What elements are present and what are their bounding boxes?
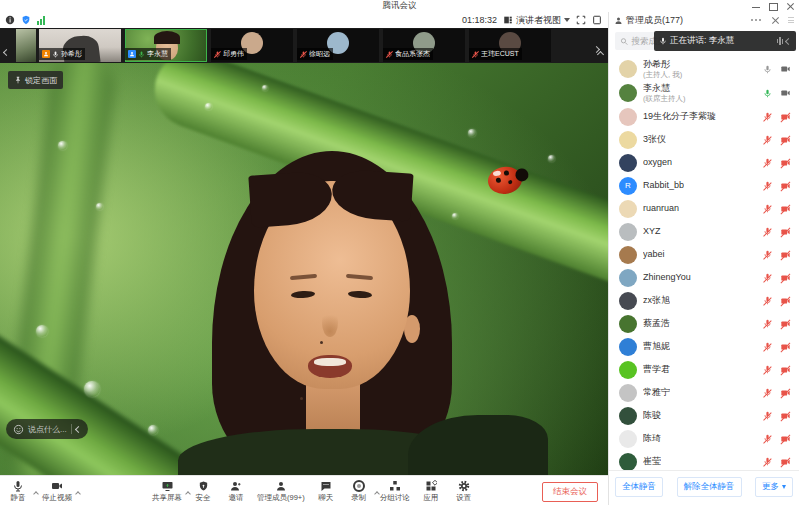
invite-button[interactable]: 邀请	[224, 478, 248, 504]
view-mode-selector[interactable]: 演讲者视图	[503, 14, 570, 27]
panel-close-icon[interactable]	[771, 16, 779, 24]
member-camera-icon[interactable]	[780, 112, 791, 122]
member-row[interactable]: 蔡孟浩	[609, 312, 799, 335]
participant-thumbnail[interactable]: 王玮ECUST	[469, 29, 551, 62]
pin-view-button[interactable]: 锁定画面	[8, 71, 63, 89]
member-row[interactable]: 陈骏	[609, 404, 799, 427]
panel-layout-icon[interactable]	[592, 15, 602, 25]
member-camera-icon[interactable]	[780, 273, 791, 283]
end-meeting-button[interactable]: 结束会议	[542, 482, 598, 502]
member-row[interactable]: oxygen	[609, 151, 799, 174]
member-row[interactable]: 曹学君	[609, 358, 799, 381]
member-mic-icon[interactable]	[763, 65, 772, 74]
member-camera-icon[interactable]	[780, 227, 791, 237]
security-button[interactable]: 安全	[191, 478, 215, 504]
member-camera-icon[interactable]	[780, 457, 791, 467]
member-mic-icon[interactable]	[763, 204, 772, 213]
member-mic-icon[interactable]	[763, 135, 772, 144]
member-row[interactable]: 曹旭妮	[609, 335, 799, 358]
banner-collapse-icon[interactable]	[786, 36, 791, 46]
mute-button[interactable]: 静音	[6, 478, 30, 504]
chat-collapse-icon[interactable]	[75, 425, 82, 432]
participant-thumbnail[interactable]: 食品系张杰	[383, 29, 465, 62]
participant-thumbnail[interactable]: 李永慧	[125, 29, 207, 62]
mic-options-chevron[interactable]	[34, 482, 38, 500]
settings-button[interactable]: 设置	[452, 478, 476, 504]
share-options-chevron[interactable]	[186, 482, 190, 500]
member-camera-icon[interactable]	[780, 411, 791, 421]
more-options-icon[interactable]	[751, 19, 761, 21]
minimize-icon[interactable]	[752, 2, 760, 10]
member-camera-icon[interactable]	[780, 342, 791, 352]
member-camera-icon[interactable]	[780, 365, 791, 375]
member-row[interactable]: 常雅宁	[609, 381, 799, 404]
breakout-rooms-button[interactable]: 分组讨论	[380, 478, 410, 504]
member-status-icons	[763, 319, 791, 329]
member-row[interactable]: 3张仪	[609, 128, 799, 151]
filmstrip-collapse-icon[interactable]	[598, 43, 603, 61]
security-shield-icon[interactable]	[21, 15, 31, 25]
member-camera-icon[interactable]	[780, 434, 791, 444]
member-camera-icon[interactable]	[780, 204, 791, 214]
member-camera-icon[interactable]	[780, 319, 791, 329]
manage-members-button[interactable]: 管理成员(99+)	[257, 478, 305, 504]
member-mic-icon[interactable]	[763, 411, 772, 420]
panel-handle-icon[interactable]	[788, 17, 794, 23]
member-mic-icon[interactable]	[763, 319, 772, 328]
member-mic-icon[interactable]	[763, 296, 772, 305]
member-row[interactable]: 19生化分子李紫璇	[609, 105, 799, 128]
participant-thumbnail[interactable]: 邱勇伟	[211, 29, 293, 62]
stop-video-button[interactable]: 停止视频	[42, 478, 72, 504]
member-camera-icon[interactable]	[780, 296, 791, 306]
member-avatar	[619, 200, 637, 218]
member-camera-icon[interactable]	[780, 64, 791, 74]
member-mic-icon[interactable]	[763, 434, 772, 443]
member-mic-icon[interactable]	[763, 89, 772, 98]
thumbnail-label: 孙希彤	[39, 48, 85, 60]
member-mic-icon[interactable]	[763, 158, 772, 167]
participant-thumbnail[interactable]: 徐昭远	[297, 29, 379, 62]
member-mic-icon[interactable]	[763, 342, 772, 351]
member-row[interactable]: XYZ	[609, 220, 799, 243]
maximize-icon[interactable]	[769, 2, 777, 10]
member-row[interactable]: ruanruan	[609, 197, 799, 220]
member-camera-icon[interactable]	[780, 250, 791, 260]
mute-all-button[interactable]: 全体静音	[615, 477, 663, 497]
member-row[interactable]: yabei	[609, 243, 799, 266]
member-camera-icon[interactable]	[780, 135, 791, 145]
chat-quick-input[interactable]: 说点什么...	[6, 419, 88, 439]
close-icon[interactable]	[786, 2, 794, 10]
meeting-info-icon[interactable]	[5, 15, 15, 25]
member-mic-icon[interactable]	[763, 388, 772, 397]
member-mic-icon[interactable]	[763, 365, 772, 374]
member-row[interactable]: R Rabbit_bb	[609, 174, 799, 197]
member-mic-icon[interactable]	[763, 181, 772, 190]
member-row[interactable]: 孙希彤 (主持人, 我)	[609, 57, 799, 81]
member-camera-icon[interactable]	[780, 388, 791, 398]
member-row[interactable]: 陈琦	[609, 427, 799, 450]
filmstrip-prev-icon[interactable]	[4, 41, 14, 51]
member-camera-icon[interactable]	[780, 88, 791, 98]
member-mic-icon[interactable]	[763, 227, 772, 236]
member-mic-icon[interactable]	[763, 457, 772, 466]
member-row[interactable]: 崔莹	[609, 450, 799, 470]
record-options-chevron[interactable]	[375, 482, 379, 500]
share-screen-button[interactable]: 共享屏幕	[152, 478, 182, 504]
more-button[interactable]: 更多	[755, 477, 793, 497]
fullscreen-icon[interactable]	[576, 15, 586, 25]
member-mic-icon[interactable]	[763, 250, 772, 259]
member-camera-icon[interactable]	[780, 158, 791, 168]
unmute-all-button[interactable]: 解除全体静音	[677, 477, 742, 497]
apps-button[interactable]: 应用	[419, 478, 443, 504]
record-button[interactable]: 录制	[347, 478, 371, 504]
member-row[interactable]: 李永慧 (联席主持人)	[609, 81, 799, 105]
network-signal-icon[interactable]	[37, 16, 45, 25]
video-options-chevron[interactable]	[76, 482, 80, 500]
member-row[interactable]: ZhinengYou	[609, 266, 799, 289]
participant-thumbnail[interactable]: 孙希彤	[39, 29, 121, 62]
member-row[interactable]: zx张旭	[609, 289, 799, 312]
member-mic-icon[interactable]	[763, 112, 772, 121]
member-camera-icon[interactable]	[780, 181, 791, 191]
chat-button[interactable]: 聊天	[314, 478, 338, 504]
member-mic-icon[interactable]	[763, 273, 772, 282]
